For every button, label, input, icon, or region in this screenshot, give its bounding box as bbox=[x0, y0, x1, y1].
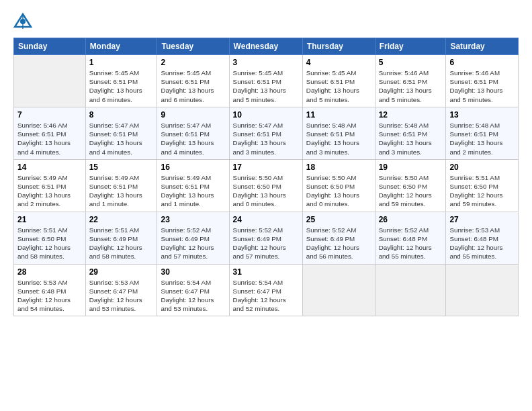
day-number: 16 bbox=[161, 163, 225, 172]
day-info: Sunrise: 5:53 AM Sunset: 6:47 PM Dayligh… bbox=[89, 278, 154, 314]
day-number: 8 bbox=[89, 110, 154, 120]
day-info: Sunrise: 5:47 AM Sunset: 6:51 PM Dayligh… bbox=[233, 121, 299, 156]
day-number: 31 bbox=[233, 267, 299, 277]
calendar-cell: 29Sunrise: 5:53 AM Sunset: 6:47 PM Dayli… bbox=[85, 264, 157, 316]
calendar-cell: 9Sunrise: 5:47 AM Sunset: 6:51 PM Daylig… bbox=[157, 107, 229, 159]
calendar-cell: 8Sunrise: 5:47 AM Sunset: 6:51 PM Daylig… bbox=[85, 107, 157, 159]
calendar-cell: 14Sunrise: 5:49 AM Sunset: 6:51 PM Dayli… bbox=[14, 159, 86, 212]
day-number: 6 bbox=[449, 58, 515, 67]
calendar-week-3: 14Sunrise: 5:49 AM Sunset: 6:51 PM Dayli… bbox=[14, 159, 519, 212]
day-number: 1 bbox=[89, 58, 154, 67]
calendar-week-4: 21Sunrise: 5:51 AM Sunset: 6:50 PM Dayli… bbox=[14, 212, 519, 264]
day-number: 13 bbox=[449, 110, 515, 120]
day-info: Sunrise: 5:46 AM Sunset: 6:51 PM Dayligh… bbox=[379, 68, 443, 104]
day-info: Sunrise: 5:52 AM Sunset: 6:48 PM Dayligh… bbox=[379, 226, 443, 261]
calendar-cell: 21Sunrise: 5:51 AM Sunset: 6:50 PM Dayli… bbox=[14, 212, 86, 264]
calendar-cell: 16Sunrise: 5:49 AM Sunset: 6:51 PM Dayli… bbox=[157, 159, 229, 212]
day-info: Sunrise: 5:53 AM Sunset: 6:48 PM Dayligh… bbox=[449, 226, 515, 261]
day-number: 26 bbox=[379, 215, 443, 224]
calendar-cell: 22Sunrise: 5:51 AM Sunset: 6:49 PM Dayli… bbox=[85, 212, 157, 264]
day-number: 10 bbox=[233, 110, 299, 120]
day-info: Sunrise: 5:45 AM Sunset: 6:51 PM Dayligh… bbox=[306, 68, 371, 104]
day-number: 14 bbox=[17, 163, 82, 172]
day-number: 12 bbox=[379, 110, 443, 120]
day-number: 28 bbox=[17, 267, 82, 277]
calendar-header-row: SundayMondayTuesdayWednesdayThursdayFrid… bbox=[14, 38, 519, 55]
calendar-cell bbox=[446, 264, 519, 316]
calendar-cell: 18Sunrise: 5:50 AM Sunset: 6:50 PM Dayli… bbox=[302, 159, 375, 212]
calendar-week-5: 28Sunrise: 5:53 AM Sunset: 6:48 PM Dayli… bbox=[14, 264, 519, 316]
day-info: Sunrise: 5:50 AM Sunset: 6:50 PM Dayligh… bbox=[379, 173, 443, 209]
calendar-cell: 12Sunrise: 5:48 AM Sunset: 6:51 PM Dayli… bbox=[375, 107, 446, 159]
day-info: Sunrise: 5:49 AM Sunset: 6:51 PM Dayligh… bbox=[89, 173, 154, 209]
day-number: 4 bbox=[306, 58, 371, 67]
day-info: Sunrise: 5:52 AM Sunset: 6:49 PM Dayligh… bbox=[161, 226, 225, 261]
day-number: 17 bbox=[233, 163, 299, 172]
calendar-cell: 6Sunrise: 5:46 AM Sunset: 6:51 PM Daylig… bbox=[446, 55, 519, 107]
calendar-cell: 28Sunrise: 5:53 AM Sunset: 6:48 PM Dayli… bbox=[14, 264, 86, 316]
day-number: 20 bbox=[449, 163, 515, 172]
calendar-cell: 20Sunrise: 5:51 AM Sunset: 6:50 PM Dayli… bbox=[446, 159, 519, 212]
day-info: Sunrise: 5:47 AM Sunset: 6:51 PM Dayligh… bbox=[89, 121, 154, 156]
calendar-cell: 13Sunrise: 5:48 AM Sunset: 6:51 PM Dayli… bbox=[446, 107, 519, 159]
day-number: 30 bbox=[161, 267, 225, 277]
weekday-header-thursday: Thursday bbox=[302, 38, 375, 55]
day-number: 5 bbox=[379, 58, 443, 67]
day-number: 25 bbox=[306, 215, 371, 224]
day-info: Sunrise: 5:51 AM Sunset: 6:49 PM Dayligh… bbox=[89, 226, 154, 261]
calendar-cell: 27Sunrise: 5:53 AM Sunset: 6:48 PM Dayli… bbox=[446, 212, 519, 264]
day-info: Sunrise: 5:49 AM Sunset: 6:51 PM Dayligh… bbox=[17, 173, 82, 209]
day-info: Sunrise: 5:54 AM Sunset: 6:47 PM Dayligh… bbox=[233, 278, 299, 314]
day-number: 24 bbox=[233, 215, 299, 224]
day-info: Sunrise: 5:46 AM Sunset: 6:51 PM Dayligh… bbox=[17, 121, 82, 156]
day-number: 23 bbox=[161, 215, 225, 224]
day-info: Sunrise: 5:50 AM Sunset: 6:50 PM Dayligh… bbox=[233, 173, 299, 209]
calendar-cell: 23Sunrise: 5:52 AM Sunset: 6:49 PM Dayli… bbox=[157, 212, 229, 264]
calendar-cell: 10Sunrise: 5:47 AM Sunset: 6:51 PM Dayli… bbox=[229, 107, 302, 159]
day-number: 11 bbox=[306, 110, 371, 120]
day-info: Sunrise: 5:48 AM Sunset: 6:51 PM Dayligh… bbox=[449, 121, 515, 156]
logo-icon bbox=[13, 12, 32, 31]
calendar-cell bbox=[302, 264, 375, 316]
calendar-cell: 1Sunrise: 5:45 AM Sunset: 6:51 PM Daylig… bbox=[85, 55, 157, 107]
day-number: 18 bbox=[306, 163, 371, 172]
day-info: Sunrise: 5:45 AM Sunset: 6:51 PM Dayligh… bbox=[89, 68, 154, 104]
day-number: 27 bbox=[449, 215, 515, 224]
day-info: Sunrise: 5:52 AM Sunset: 6:49 PM Dayligh… bbox=[233, 226, 299, 261]
day-number: 21 bbox=[17, 215, 82, 224]
calendar-cell: 24Sunrise: 5:52 AM Sunset: 6:49 PM Dayli… bbox=[229, 212, 302, 264]
weekday-header-wednesday: Wednesday bbox=[229, 38, 302, 55]
day-info: Sunrise: 5:45 AM Sunset: 6:51 PM Dayligh… bbox=[233, 68, 299, 104]
day-info: Sunrise: 5:48 AM Sunset: 6:51 PM Dayligh… bbox=[379, 121, 443, 156]
day-info: Sunrise: 5:52 AM Sunset: 6:49 PM Dayligh… bbox=[306, 226, 371, 261]
calendar-cell bbox=[375, 264, 446, 316]
day-number: 9 bbox=[161, 110, 225, 120]
day-number: 7 bbox=[17, 110, 82, 120]
calendar-cell: 15Sunrise: 5:49 AM Sunset: 6:51 PM Dayli… bbox=[85, 159, 157, 212]
calendar-cell: 31Sunrise: 5:54 AM Sunset: 6:47 PM Dayli… bbox=[229, 264, 302, 316]
day-info: Sunrise: 5:48 AM Sunset: 6:51 PM Dayligh… bbox=[306, 121, 371, 156]
calendar-week-2: 7Sunrise: 5:46 AM Sunset: 6:51 PM Daylig… bbox=[14, 107, 519, 159]
weekday-header-monday: Monday bbox=[85, 38, 157, 55]
day-info: Sunrise: 5:45 AM Sunset: 6:51 PM Dayligh… bbox=[161, 68, 225, 104]
day-info: Sunrise: 5:51 AM Sunset: 6:50 PM Dayligh… bbox=[449, 173, 515, 209]
calendar-cell: 2Sunrise: 5:45 AM Sunset: 6:51 PM Daylig… bbox=[157, 55, 229, 107]
calendar-cell: 11Sunrise: 5:48 AM Sunset: 6:51 PM Dayli… bbox=[302, 107, 375, 159]
calendar-cell bbox=[14, 55, 86, 107]
day-info: Sunrise: 5:51 AM Sunset: 6:50 PM Dayligh… bbox=[17, 226, 82, 261]
calendar-week-1: 1Sunrise: 5:45 AM Sunset: 6:51 PM Daylig… bbox=[14, 55, 519, 107]
weekday-header-friday: Friday bbox=[375, 38, 446, 55]
day-info: Sunrise: 5:46 AM Sunset: 6:51 PM Dayligh… bbox=[449, 68, 515, 104]
day-info: Sunrise: 5:47 AM Sunset: 6:51 PM Dayligh… bbox=[161, 121, 225, 156]
weekday-header-sunday: Sunday bbox=[14, 38, 86, 55]
weekday-header-tuesday: Tuesday bbox=[157, 38, 229, 55]
calendar-cell: 3Sunrise: 5:45 AM Sunset: 6:51 PM Daylig… bbox=[229, 55, 302, 107]
calendar-cell: 4Sunrise: 5:45 AM Sunset: 6:51 PM Daylig… bbox=[302, 55, 375, 107]
day-info: Sunrise: 5:50 AM Sunset: 6:50 PM Dayligh… bbox=[306, 173, 371, 209]
day-number: 29 bbox=[89, 267, 154, 277]
weekday-header-saturday: Saturday bbox=[446, 38, 519, 55]
calendar-cell: 25Sunrise: 5:52 AM Sunset: 6:49 PM Dayli… bbox=[302, 212, 375, 264]
calendar-table: SundayMondayTuesdayWednesdayThursdayFrid… bbox=[13, 38, 519, 316]
calendar-cell: 5Sunrise: 5:46 AM Sunset: 6:51 PM Daylig… bbox=[375, 55, 446, 107]
calendar-cell: 7Sunrise: 5:46 AM Sunset: 6:51 PM Daylig… bbox=[14, 107, 86, 159]
